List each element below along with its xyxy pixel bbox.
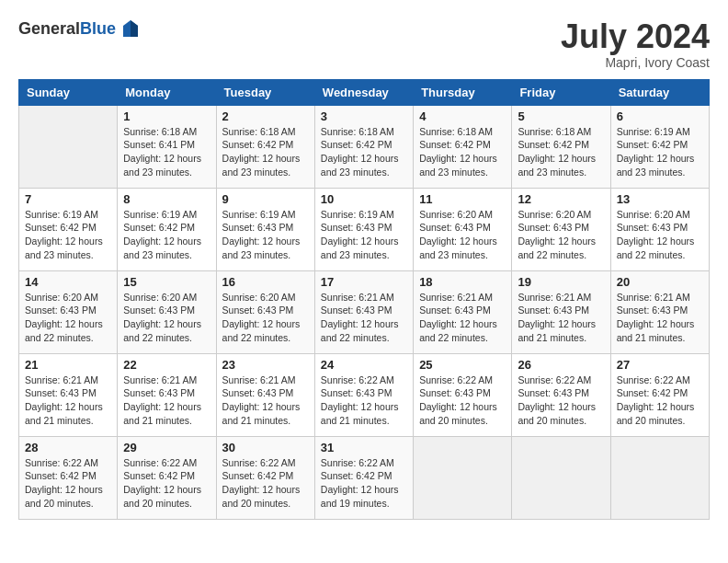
calendar-cell [19, 105, 118, 188]
calendar-cell: 10Sunrise: 6:19 AM Sunset: 6:43 PM Dayli… [314, 188, 413, 270]
day-detail: Sunrise: 6:20 AM Sunset: 6:43 PM Dayligh… [123, 291, 210, 345]
day-detail: Sunrise: 6:20 AM Sunset: 6:43 PM Dayligh… [617, 208, 703, 262]
col-header-sunday: Sunday [19, 79, 118, 105]
day-detail: Sunrise: 6:21 AM Sunset: 6:43 PM Dayligh… [419, 291, 506, 345]
day-number: 4 [419, 109, 506, 123]
day-detail: Sunrise: 6:20 AM Sunset: 6:43 PM Dayligh… [25, 291, 111, 345]
day-detail: Sunrise: 6:19 AM Sunset: 6:42 PM Dayligh… [123, 208, 210, 262]
day-detail: Sunrise: 6:21 AM Sunset: 6:43 PM Dayligh… [321, 291, 407, 345]
day-detail: Sunrise: 6:18 AM Sunset: 6:42 PM Dayligh… [518, 125, 604, 179]
calendar-cell [414, 436, 512, 519]
calendar-cell: 22Sunrise: 6:21 AM Sunset: 6:43 PM Dayli… [118, 353, 216, 436]
calendar-week-2: 7Sunrise: 6:19 AM Sunset: 6:42 PM Daylig… [19, 188, 710, 270]
title-block: July 2024 Mapri, Ivory Coast [561, 18, 710, 70]
day-detail: Sunrise: 6:18 AM Sunset: 6:42 PM Dayligh… [222, 125, 309, 179]
calendar-cell: 24Sunrise: 6:22 AM Sunset: 6:43 PM Dayli… [314, 353, 413, 436]
day-number: 22 [123, 358, 210, 372]
calendar-cell: 2Sunrise: 6:18 AM Sunset: 6:42 PM Daylig… [216, 105, 314, 188]
calendar-cell: 31Sunrise: 6:22 AM Sunset: 6:42 PM Dayli… [314, 436, 413, 519]
day-detail: Sunrise: 6:19 AM Sunset: 6:42 PM Dayligh… [617, 125, 703, 179]
calendar-cell: 8Sunrise: 6:19 AM Sunset: 6:42 PM Daylig… [118, 188, 216, 270]
day-number: 28 [25, 441, 111, 454]
calendar-cell: 25Sunrise: 6:22 AM Sunset: 6:43 PM Dayli… [414, 353, 512, 436]
calendar-week-5: 28Sunrise: 6:22 AM Sunset: 6:42 PM Dayli… [19, 436, 710, 519]
col-header-wednesday: Wednesday [314, 79, 413, 105]
col-header-thursday: Thursday [414, 79, 512, 105]
day-detail: Sunrise: 6:22 AM Sunset: 6:42 PM Dayligh… [123, 456, 210, 511]
day-number: 30 [222, 441, 309, 454]
day-detail: Sunrise: 6:21 AM Sunset: 6:43 PM Dayligh… [222, 373, 309, 428]
day-detail: Sunrise: 6:21 AM Sunset: 6:43 PM Dayligh… [518, 291, 604, 345]
calendar-cell: 16Sunrise: 6:20 AM Sunset: 6:43 PM Dayli… [216, 270, 314, 353]
page-header: GeneralBlue July 2024 Mapri, Ivory Coast [18, 18, 710, 70]
day-number: 5 [518, 109, 604, 123]
day-number: 15 [123, 275, 210, 289]
calendar-cell: 7Sunrise: 6:19 AM Sunset: 6:42 PM Daylig… [19, 188, 118, 270]
day-detail: Sunrise: 6:22 AM Sunset: 6:42 PM Dayligh… [617, 373, 703, 428]
calendar-cell: 20Sunrise: 6:21 AM Sunset: 6:43 PM Dayli… [610, 270, 709, 353]
calendar-week-4: 21Sunrise: 6:21 AM Sunset: 6:43 PM Dayli… [19, 353, 710, 436]
day-number: 31 [321, 441, 407, 454]
day-detail: Sunrise: 6:21 AM Sunset: 6:43 PM Dayligh… [25, 373, 111, 428]
calendar-table: SundayMondayTuesdayWednesdayThursdayFrid… [18, 79, 710, 520]
calendar-cell: 18Sunrise: 6:21 AM Sunset: 6:43 PM Dayli… [414, 270, 512, 353]
location: Mapri, Ivory Coast [561, 55, 710, 70]
calendar-cell: 3Sunrise: 6:18 AM Sunset: 6:42 PM Daylig… [314, 105, 413, 188]
day-number: 17 [321, 275, 407, 289]
calendar-cell: 19Sunrise: 6:21 AM Sunset: 6:43 PM Dayli… [512, 270, 610, 353]
calendar-cell: 13Sunrise: 6:20 AM Sunset: 6:43 PM Dayli… [610, 188, 709, 270]
day-detail: Sunrise: 6:22 AM Sunset: 6:42 PM Dayligh… [25, 456, 111, 511]
month-year: July 2024 [561, 18, 710, 55]
calendar-cell: 28Sunrise: 6:22 AM Sunset: 6:42 PM Dayli… [19, 436, 118, 519]
calendar-cell: 1Sunrise: 6:18 AM Sunset: 6:41 PM Daylig… [118, 105, 216, 188]
day-number: 1 [123, 109, 210, 123]
logo: GeneralBlue [18, 18, 142, 40]
col-header-friday: Friday [512, 79, 610, 105]
col-header-tuesday: Tuesday [216, 79, 314, 105]
day-detail: Sunrise: 6:18 AM Sunset: 6:42 PM Dayligh… [419, 125, 506, 179]
day-number: 12 [518, 192, 604, 206]
day-number: 13 [617, 192, 703, 206]
day-number: 25 [419, 358, 506, 372]
day-number: 10 [321, 192, 407, 206]
day-number: 2 [222, 109, 309, 123]
day-detail: Sunrise: 6:22 AM Sunset: 6:42 PM Dayligh… [222, 456, 309, 511]
calendar-cell: 29Sunrise: 6:22 AM Sunset: 6:42 PM Dayli… [118, 436, 216, 519]
day-detail: Sunrise: 6:18 AM Sunset: 6:41 PM Dayligh… [123, 125, 210, 179]
day-number: 8 [123, 192, 210, 206]
day-number: 24 [321, 358, 407, 372]
day-number: 27 [617, 358, 703, 372]
col-header-monday: Monday [118, 79, 216, 105]
day-detail: Sunrise: 6:22 AM Sunset: 6:43 PM Dayligh… [518, 373, 604, 428]
day-detail: Sunrise: 6:20 AM Sunset: 6:43 PM Dayligh… [222, 291, 309, 345]
calendar-cell [512, 436, 610, 519]
calendar-cell: 4Sunrise: 6:18 AM Sunset: 6:42 PM Daylig… [414, 105, 512, 188]
calendar-cell: 21Sunrise: 6:21 AM Sunset: 6:43 PM Dayli… [19, 353, 118, 436]
calendar-cell: 6Sunrise: 6:19 AM Sunset: 6:42 PM Daylig… [610, 105, 709, 188]
day-number: 7 [25, 192, 111, 206]
calendar-cell: 9Sunrise: 6:19 AM Sunset: 6:43 PM Daylig… [216, 188, 314, 270]
day-detail: Sunrise: 6:20 AM Sunset: 6:43 PM Dayligh… [518, 208, 604, 262]
day-detail: Sunrise: 6:18 AM Sunset: 6:42 PM Dayligh… [321, 125, 407, 179]
day-number: 29 [123, 441, 210, 454]
col-header-saturday: Saturday [610, 79, 709, 105]
day-number: 3 [321, 109, 407, 123]
calendar-cell: 23Sunrise: 6:21 AM Sunset: 6:43 PM Dayli… [216, 353, 314, 436]
day-detail: Sunrise: 6:22 AM Sunset: 6:42 PM Dayligh… [321, 456, 407, 511]
calendar-week-3: 14Sunrise: 6:20 AM Sunset: 6:43 PM Dayli… [19, 270, 710, 353]
day-number: 19 [518, 275, 604, 289]
day-number: 20 [617, 275, 703, 289]
day-number: 23 [222, 358, 309, 372]
day-number: 9 [222, 192, 309, 206]
day-number: 18 [419, 275, 506, 289]
day-detail: Sunrise: 6:22 AM Sunset: 6:43 PM Dayligh… [321, 373, 407, 428]
day-detail: Sunrise: 6:19 AM Sunset: 6:43 PM Dayligh… [222, 208, 309, 262]
calendar-cell [610, 436, 709, 519]
logo-general: GeneralBlue [18, 20, 116, 39]
calendar-week-1: 1Sunrise: 6:18 AM Sunset: 6:41 PM Daylig… [19, 105, 710, 188]
day-detail: Sunrise: 6:21 AM Sunset: 6:43 PM Dayligh… [617, 291, 703, 345]
day-detail: Sunrise: 6:19 AM Sunset: 6:43 PM Dayligh… [321, 208, 407, 262]
day-number: 21 [25, 358, 111, 372]
calendar-cell: 27Sunrise: 6:22 AM Sunset: 6:42 PM Dayli… [610, 353, 709, 436]
calendar-cell: 15Sunrise: 6:20 AM Sunset: 6:43 PM Dayli… [118, 270, 216, 353]
